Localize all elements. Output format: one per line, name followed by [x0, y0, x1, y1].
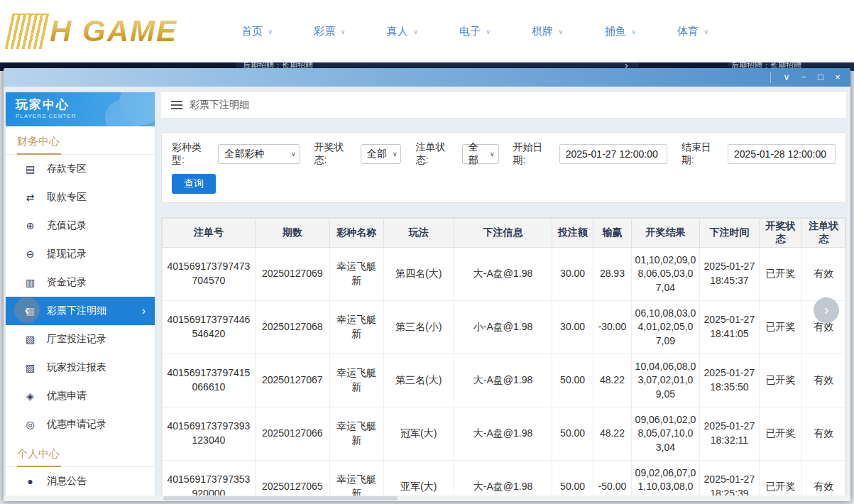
table-header-cell: 注单状态: [802, 219, 845, 248]
sidebar-item-label: 厅室投注记录: [47, 333, 106, 346]
chevron-down-icon: ∨: [490, 150, 495, 158]
cell-draw-result: 06,10,08,03,04,01,02,05,07,09: [631, 301, 699, 354]
nav-item[interactable]: 彩票 ∨: [314, 25, 345, 38]
cell-bet-amount: 30.00: [552, 248, 593, 301]
page-title: 彩票下注明细: [190, 99, 249, 111]
draw-status-select[interactable]: 全部 ∨: [361, 144, 402, 164]
start-date-input[interactable]: [559, 144, 667, 164]
sidebar-item[interactable]: ▥ 资金记录: [6, 268, 155, 297]
sidebar-collapse-button[interactable]: ‹: [14, 297, 40, 323]
sidebar-item-icon: ▧: [24, 334, 36, 345]
table-header-cell: 开奖结果: [631, 219, 699, 248]
table-header-row: 注单号期数彩种名称玩法下注信息投注额输赢开奖结果下注时间开奖状态注单状态: [163, 219, 845, 248]
table-header-cell: 开奖状态: [759, 219, 802, 248]
cell-play-type: 第三名(大): [383, 354, 454, 407]
sidebar-subtitle: PLAYERS CENTER: [16, 113, 155, 119]
cell-draw-result: 10,04,06,08,03,07,02,01,09,05: [631, 354, 699, 407]
cell-bet-amount: 30.00: [552, 301, 593, 354]
bet-status-label: 注单状态:: [415, 141, 457, 167]
minimize-button[interactable]: −: [795, 68, 812, 87]
sidebar-item-label: 提现记录: [47, 248, 87, 261]
sidebar-item-label: 优惠申请: [47, 390, 87, 402]
cell-lottery-name: 幸运飞艇新: [329, 248, 383, 301]
horizontal-scrollbar-thumb[interactable]: [163, 496, 398, 500]
sidebar-item-icon: ●: [24, 476, 36, 487]
cell-bet-time: 2025-01-27 18:35:50: [700, 354, 760, 407]
logo-text: H GAME: [50, 14, 177, 48]
cell-bet-info: 大-A盘@1.98: [454, 407, 552, 461]
cell-draw-status: 已开奖: [759, 407, 802, 461]
table-row: 401569173797473704570 20250127069 幸运飞艇新 …: [163, 248, 845, 301]
next-page-button[interactable]: ›: [814, 297, 839, 323]
cell-bet-id: 401569173797446546420: [163, 301, 256, 354]
cell-bet-id: 401569173797415066610: [163, 354, 256, 407]
sidebar-item-icon: ▥: [24, 277, 36, 288]
window-body: 玩家中心 PLAYERS CENTER 财务中心 ▤ 存款专区 ⇄ 取款专区 ⊕…: [4, 87, 850, 501]
sidebar-item-label: 彩票下注明细: [47, 305, 106, 317]
chevron-down-icon: ∨: [704, 28, 708, 35]
cell-bet-info: 大-A盘@1.98: [454, 248, 552, 301]
maximize-button[interactable]: □: [812, 68, 829, 87]
cell-win-loss: -30.00: [593, 301, 631, 354]
cell-bet-time: 2025-01-27 18:32:11: [700, 407, 760, 461]
bet-status-select[interactable]: 全部 ∨: [462, 144, 499, 164]
chevron-down-icon: ∨: [631, 28, 636, 35]
table-header-cell: 下注信息: [454, 219, 552, 248]
lottery-type-select[interactable]: 全部彩种 ∨: [218, 144, 300, 164]
site-nav: 首页 ∨ 彩票 ∨ 真人 ∨ 电子 ∨ 棋牌 ∨ 捕鱼 ∨ 体育 ∨: [241, 25, 708, 38]
table-header-cell: 注单号: [163, 219, 256, 248]
logo-bars-icon: [5, 13, 50, 49]
titlebar-separator: [770, 72, 771, 83]
site-logo[interactable]: H GAME: [9, 13, 207, 49]
nav-item-label: 真人: [387, 25, 408, 38]
chevron-down-icon: ∨: [413, 28, 418, 35]
site-header: H GAME 首页 ∨ 彩票 ∨ 真人 ∨ 电子 ∨ 棋牌 ∨ 捕鱼 ∨ 体育: [0, 0, 854, 62]
cell-bet-amount: 50.00: [552, 354, 593, 407]
table-row: 401569173797446546420 20250127068 幸运飞艇新 …: [163, 301, 845, 354]
sidebar-item-label: 存款专区: [47, 163, 87, 175]
window-titlebar: ∨ − □ ×: [4, 68, 850, 87]
end-date-input[interactable]: [728, 144, 836, 164]
nav-item[interactable]: 真人 ∨: [387, 25, 418, 38]
sidebar-item[interactable]: ⊖ 提现记录: [6, 240, 155, 268]
collapse-button[interactable]: ∨: [778, 68, 795, 87]
sidebar-item[interactable]: ● 消息公告: [6, 467, 155, 495]
cell-bet-time: 2025-01-27 18:41:05: [700, 301, 760, 354]
sidebar-item[interactable]: ▧ 厅室投注记录: [6, 325, 155, 354]
chevron-down-icon: ∨: [268, 28, 273, 35]
table-header-cell: 投注额: [552, 219, 593, 248]
table-row: 401569173797393123040 20250127066 幸运飞艇新 …: [163, 407, 845, 461]
search-button[interactable]: 查询: [172, 174, 216, 194]
sidebar-item[interactable]: ▤ 存款专区: [6, 155, 155, 183]
sidebar-item-icon: ⊖: [24, 248, 36, 260]
cell-lottery-name: 幸运飞艇新: [329, 301, 383, 354]
cell-bet-status: 有效: [802, 248, 845, 301]
sidebar-item[interactable]: ◈ 优惠申请: [6, 382, 155, 410]
nav-item[interactable]: 电子 ∨: [459, 25, 491, 38]
section-heading-finance: 财务中心: [6, 126, 155, 155]
nav-item[interactable]: 棋牌 ∨: [532, 25, 563, 38]
table-header-cell: 期数: [255, 219, 329, 248]
filter-panel: 彩种类型: 全部彩种 ∨ 开奖状态: 全部 ∨ 注单状态: 全部: [161, 132, 846, 203]
sidebar-item[interactable]: ⇄ 取款专区: [6, 183, 155, 212]
cell-win-loss: 48.22: [593, 407, 631, 461]
nav-item[interactable]: 首页 ∨: [241, 25, 273, 38]
nav-item[interactable]: 捕鱼 ∨: [605, 25, 636, 38]
table-header-cell: 玩法: [383, 219, 454, 248]
sidebar-item[interactable]: ▨ 玩家投注报表: [6, 354, 155, 382]
sidebar-item[interactable]: ⊕ 充值记录: [6, 212, 155, 240]
cell-bet-time: 2025-01-27 18:45:37: [700, 248, 760, 301]
sidebar-item-icon: ◎: [24, 419, 36, 430]
nav-item[interactable]: 体育 ∨: [677, 25, 708, 38]
sidebar-item[interactable]: ◎ 优惠申请记录: [6, 410, 155, 439]
cell-draw-result: 01,10,02,09,08,06,05,03,07,04: [631, 248, 699, 301]
bet-detail-table-panel: 注单号期数彩种名称玩法下注信息投注额输赢开奖结果下注时间开奖状态注单状态 401…: [161, 217, 846, 501]
horizontal-scrollbar: [4, 495, 850, 501]
menu-icon[interactable]: [171, 101, 182, 109]
sidebar-item-label: 充值记录: [47, 219, 87, 232]
sidebar-item-label: 消息公告: [47, 475, 87, 488]
table-header-cell: 彩种名称: [329, 219, 383, 248]
close-button[interactable]: ×: [829, 68, 846, 87]
sidebar-item-icon: ◈: [24, 390, 36, 402]
cell-play-type: 冠军(大): [383, 407, 454, 461]
